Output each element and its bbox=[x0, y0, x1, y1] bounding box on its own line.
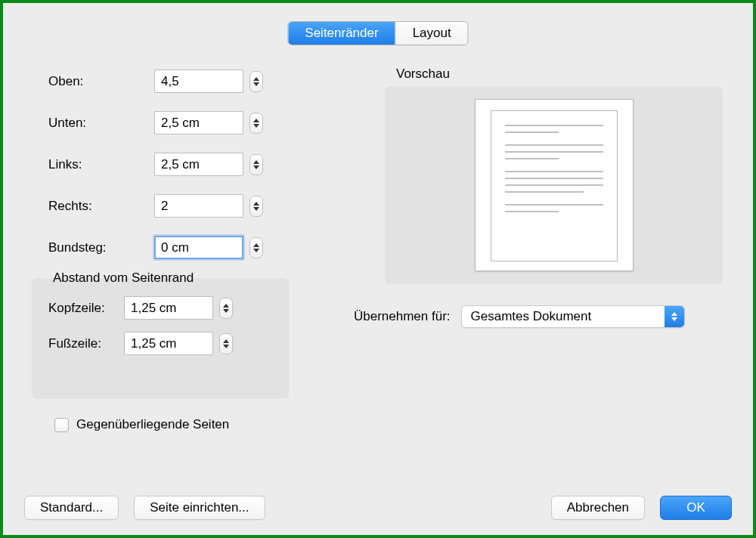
tab-margins[interactable]: Seitenränder bbox=[288, 22, 395, 45]
cancel-button-label: Abbrechen bbox=[567, 500, 629, 515]
spinner-top bbox=[154, 70, 263, 93]
chevron-down-icon bbox=[223, 309, 229, 313]
chevron-down-icon bbox=[253, 249, 259, 252]
stepper-left[interactable] bbox=[249, 154, 263, 175]
stepper-gutter[interactable] bbox=[249, 237, 263, 258]
stepper-header[interactable] bbox=[219, 298, 233, 319]
row-footer: Fußzeile: bbox=[48, 332, 289, 355]
chevron-down-icon bbox=[253, 124, 259, 128]
input-left[interactable] bbox=[154, 153, 243, 176]
chevron-up-icon bbox=[223, 304, 229, 308]
label-right: Rechts: bbox=[48, 199, 154, 214]
preview-page-outer bbox=[475, 99, 634, 271]
input-gutter[interactable] bbox=[154, 236, 243, 259]
page-setup-button-label: Seite einrichten... bbox=[150, 500, 249, 515]
label-top: Oben: bbox=[48, 74, 154, 89]
row-bottom: Unten: bbox=[48, 111, 305, 134]
input-bottom[interactable] bbox=[154, 111, 243, 134]
chevron-up-icon bbox=[223, 339, 229, 343]
spinner-right bbox=[154, 194, 263, 218]
stepper-top[interactable] bbox=[249, 71, 263, 92]
input-top[interactable] bbox=[154, 70, 243, 93]
chevron-down-icon bbox=[223, 345, 229, 348]
chevron-up-icon bbox=[671, 312, 677, 316]
tab-layout[interactable]: Layout bbox=[395, 22, 468, 45]
stepper-footer[interactable] bbox=[219, 333, 233, 354]
ok-button-label: OK bbox=[686, 500, 705, 515]
tab-bar: Seitenränder Layout bbox=[287, 21, 468, 45]
apply-to-select[interactable]: Gesamtes Dokument bbox=[461, 305, 685, 328]
spinner-footer bbox=[124, 332, 233, 355]
content-area: Oben: Unten: bbox=[18, 56, 738, 475]
spinner-left bbox=[154, 153, 263, 176]
row-top: Oben: bbox=[48, 70, 305, 93]
chevron-down-icon bbox=[253, 82, 259, 86]
stepper-right[interactable] bbox=[249, 196, 263, 217]
default-button-label: Standard... bbox=[40, 500, 103, 515]
tab-layout-label: Layout bbox=[413, 26, 451, 40]
input-right[interactable] bbox=[154, 194, 243, 218]
chevron-up-icon bbox=[253, 202, 259, 206]
button-bar: Standard... Seite einrichten... Abbreche… bbox=[24, 496, 732, 520]
preview-page-inner bbox=[491, 110, 618, 261]
stepper-bottom[interactable] bbox=[249, 113, 263, 134]
spinner-bottom bbox=[154, 111, 263, 134]
label-left: Links: bbox=[48, 157, 154, 172]
preview-box bbox=[385, 86, 723, 284]
preview-label: Vorschau bbox=[396, 66, 450, 82]
input-header[interactable] bbox=[124, 296, 213, 320]
row-right: Rechts: bbox=[48, 194, 305, 218]
label-header: Kopfzeile: bbox=[48, 301, 124, 316]
mirror-pages-checkbox[interactable] bbox=[54, 418, 69, 432]
group-edge-distance-title: Abstand vom Seitenrand bbox=[50, 271, 197, 286]
row-left: Links: bbox=[48, 153, 305, 176]
mirror-pages-label: Gegenüberliegende Seiten bbox=[76, 417, 229, 432]
label-footer: Fußzeile: bbox=[48, 336, 124, 351]
label-bottom: Unten: bbox=[48, 116, 154, 131]
row-header: Kopfzeile: bbox=[48, 296, 289, 320]
dialog-window: Seitenränder Layout Oben: Unten: bbox=[0, 0, 756, 538]
label-gutter: Bundsteg: bbox=[48, 240, 154, 255]
apply-to-value: Gesamtes Dokument bbox=[471, 309, 592, 324]
select-arrow-icon bbox=[665, 306, 684, 327]
margin-fields: Oben: Unten: bbox=[48, 70, 305, 277]
cancel-button[interactable]: Abbrechen bbox=[551, 496, 645, 520]
page-setup-button[interactable]: Seite einrichten... bbox=[134, 496, 265, 520]
mirror-pages-row: Gegenüberliegende Seiten bbox=[54, 417, 229, 432]
apply-to-row: Übernehmen für: Gesamtes Dokument bbox=[354, 305, 685, 328]
chevron-down-icon bbox=[253, 207, 259, 211]
chevron-up-icon bbox=[253, 77, 259, 81]
input-footer[interactable] bbox=[124, 332, 213, 355]
chevron-down-icon bbox=[253, 165, 259, 169]
group-edge-distance: Abstand vom Seitenrand Kopfzeile: Fußzei… bbox=[32, 278, 289, 399]
chevron-up-icon bbox=[253, 119, 259, 122]
spinner-gutter bbox=[154, 236, 263, 259]
tab-margins-label: Seitenränder bbox=[305, 26, 378, 40]
spinner-header bbox=[124, 296, 233, 320]
chevron-up-icon bbox=[253, 243, 259, 247]
default-button[interactable]: Standard... bbox=[24, 496, 119, 520]
row-gutter: Bundsteg: bbox=[48, 236, 305, 259]
chevron-down-icon bbox=[671, 317, 677, 321]
chevron-up-icon bbox=[253, 160, 259, 164]
apply-to-label: Übernehmen für: bbox=[354, 309, 451, 324]
ok-button[interactable]: OK bbox=[660, 496, 732, 520]
